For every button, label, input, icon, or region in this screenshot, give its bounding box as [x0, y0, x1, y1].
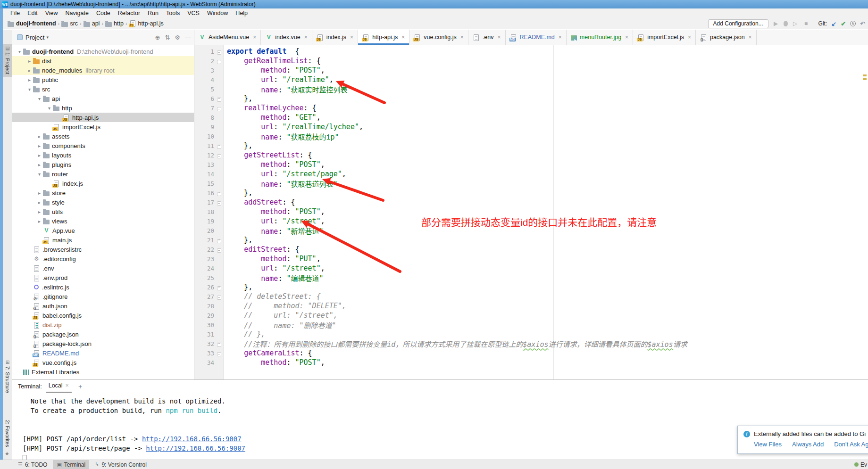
- menu-help[interactable]: Help: [232, 10, 251, 16]
- event-log-label[interactable]: Ev: [860, 461, 867, 468]
- fold-marker-icon[interactable]: −: [214, 57, 224, 65]
- project-view-caret-icon[interactable]: ▾: [46, 35, 49, 40]
- fold-marker-icon[interactable]: ^: [214, 236, 224, 244]
- tree-chevron-icon[interactable]: ▸: [36, 134, 43, 139]
- fold-marker-icon[interactable]: −: [214, 151, 224, 159]
- tree-item-auth.json[interactable]: {}auth.json: [12, 301, 194, 311]
- tab-AsideMenu.vue[interactable]: VAsideMenu.vue×: [194, 30, 261, 45]
- git-commit-icon[interactable]: ✔: [841, 20, 846, 27]
- inspection-mark[interactable]: [863, 74, 867, 76]
- tree-item-components[interactable]: ▸components: [12, 141, 194, 150]
- run-icon[interactable]: ▶: [773, 20, 779, 27]
- tree-item-duoji-frontend[interactable]: ▾duoji-frontendD:\zheheWeb\duoji-fronten…: [12, 47, 194, 56]
- fold-marker-icon[interactable]: −: [214, 349, 224, 357]
- tree-chevron-icon[interactable]: ▸: [26, 77, 33, 82]
- close-terminal-tab-icon[interactable]: ×: [66, 382, 69, 389]
- tree-item-router[interactable]: ▾router: [12, 169, 194, 179]
- menu-navigate[interactable]: Navigate: [62, 10, 92, 16]
- tree-chevron-icon[interactable]: ▾: [46, 106, 53, 111]
- close-tab-icon[interactable]: ×: [304, 34, 308, 41]
- tree-chevron-icon[interactable]: ▸: [26, 58, 33, 64]
- tree-item-http-api.js[interactable]: JShttp-api.js: [12, 113, 194, 122]
- statusbar-terminal[interactable]: ▣Terminal: [53, 460, 89, 469]
- fold-marker-icon[interactable]: −: [214, 198, 224, 206]
- git-rollback-icon[interactable]: ↶: [860, 20, 865, 27]
- tree-chevron-icon[interactable]: ▸: [36, 219, 43, 224]
- statusbar-9-version-control[interactable]: ↳9: Version Control: [91, 460, 150, 469]
- tree-chevron-icon[interactable]: ▸: [36, 162, 43, 167]
- tree-item-api[interactable]: ▾api: [12, 94, 194, 103]
- stripe-button-structure[interactable]: ⊞ 7: Structure: [3, 360, 12, 393]
- breadcrumb-item-http-api.js[interactable]: JShttp-api.js: [129, 20, 164, 27]
- tab-vue.config.js[interactable]: JSvue.config.js×: [409, 30, 468, 45]
- git-update-icon[interactable]: ↙: [831, 20, 836, 27]
- locate-file-icon[interactable]: ⊕: [155, 34, 160, 41]
- close-tab-icon[interactable]: ×: [749, 34, 752, 41]
- new-terminal-session-icon[interactable]: +: [75, 383, 85, 390]
- tree-item-.browserslistrc[interactable]: .browserslistrc: [12, 245, 194, 254]
- terminal-tab-local[interactable]: Local ×: [46, 380, 72, 393]
- tab-importExcel.js[interactable]: JSimportExcel.js×: [633, 30, 696, 45]
- tree-chevron-icon[interactable]: ▸: [36, 200, 43, 205]
- tree-item-http[interactable]: ▾http: [12, 103, 194, 113]
- tree-item-External Libraries[interactable]: External Libraries: [12, 367, 194, 377]
- tab-menuRouter.jpg[interactable]: menuRouter.jpg×: [567, 30, 633, 45]
- tree-item-.env[interactable]: .env: [12, 263, 194, 273]
- tree-item-assets[interactable]: ▸assets: [12, 132, 194, 141]
- fold-marker-icon[interactable]: −: [214, 104, 224, 112]
- inspection-mark[interactable]: [863, 78, 867, 80]
- menu-refactor[interactable]: Refactor: [114, 10, 144, 16]
- tree-chevron-icon[interactable]: ▾: [36, 172, 43, 177]
- tree-item-importExcel.js[interactable]: JSimportExcel.js: [12, 122, 194, 132]
- tree-item-dist.zip[interactable]: dist.zip: [12, 320, 194, 329]
- tree-item-style[interactable]: ▸style: [12, 197, 194, 207]
- tree-item-public[interactable]: ▸public: [12, 75, 194, 84]
- fold-marker-icon[interactable]: ^: [214, 339, 224, 348]
- menu-tools[interactable]: Tools: [162, 10, 184, 16]
- terminal-link[interactable]: http://192.168.66.56:9007: [142, 435, 242, 443]
- tab-README.md[interactable]: MDREADME.md×: [506, 30, 567, 45]
- fold-marker-icon[interactable]: ^: [214, 283, 224, 291]
- hide-panel-icon[interactable]: —: [185, 34, 191, 41]
- menu-run[interactable]: Run: [144, 10, 162, 16]
- terminal-link[interactable]: http://192.168.66.56:9007: [146, 444, 245, 452]
- menu-view[interactable]: View: [42, 10, 62, 16]
- breadcrumb-item-api[interactable]: api: [83, 20, 100, 27]
- notification-action-always-add[interactable]: Always Add: [792, 441, 824, 448]
- tree-item-views[interactable]: ▸views: [12, 216, 194, 226]
- run-with-coverage-icon[interactable]: ▷: [792, 20, 799, 27]
- collapse-all-icon[interactable]: ⇅: [165, 34, 170, 41]
- panel-settings-icon[interactable]: ⚙: [175, 34, 180, 41]
- close-tab-icon[interactable]: ×: [401, 34, 405, 41]
- tree-item-layouts[interactable]: ▸layouts: [12, 150, 194, 160]
- tree-item-App.vue[interactable]: VApp.vue: [12, 226, 194, 235]
- close-tab-icon[interactable]: ×: [625, 34, 628, 41]
- fold-marker-icon[interactable]: −: [214, 47, 224, 56]
- tree-chevron-icon[interactable]: ▾: [36, 96, 43, 101]
- tree-item-store[interactable]: ▸store: [12, 188, 194, 197]
- notification-action-view-files[interactable]: View Files: [754, 441, 782, 448]
- tree-item-.editorconfig[interactable]: ⚙.editorconfig: [12, 254, 194, 263]
- menu-edit[interactable]: Edit: [24, 10, 42, 16]
- tree-item-utils[interactable]: ▸utils: [12, 207, 194, 216]
- git-history-icon[interactable]: [850, 21, 856, 26]
- tab-http-api.js[interactable]: JShttp-api.js×: [358, 30, 409, 45]
- close-tab-icon[interactable]: ×: [497, 34, 501, 41]
- event-log-icon[interactable]: [854, 462, 859, 467]
- breadcrumb-item-src[interactable]: src: [61, 20, 78, 27]
- tree-item-vue.config.js[interactable]: JSvue.config.js: [12, 358, 194, 367]
- fold-marker-icon[interactable]: ^: [214, 141, 224, 150]
- tree-item-main.js[interactable]: JSmain.js: [12, 235, 194, 245]
- tree-chevron-icon[interactable]: ▸: [26, 68, 33, 73]
- fold-marker-icon[interactable]: −: [214, 292, 224, 301]
- menu-vcs[interactable]: VCS: [184, 10, 203, 16]
- breadcrumb-item-duoji-frontend[interactable]: duoji-frontend: [8, 20, 56, 27]
- tab-.env[interactable]: .env×: [468, 30, 506, 45]
- tree-item-.env.prod[interactable]: .env.prod: [12, 273, 194, 282]
- fold-marker-icon[interactable]: ^: [214, 94, 224, 103]
- tree-item-node_modules[interactable]: ▸node_moduleslibrary root: [12, 66, 194, 75]
- tree-chevron-icon[interactable]: ▸: [36, 153, 43, 158]
- tree-item-plugins[interactable]: ▸plugins: [12, 160, 194, 169]
- close-tab-icon[interactable]: ×: [460, 34, 464, 41]
- tree-item-index.js[interactable]: JSindex.js: [12, 179, 194, 188]
